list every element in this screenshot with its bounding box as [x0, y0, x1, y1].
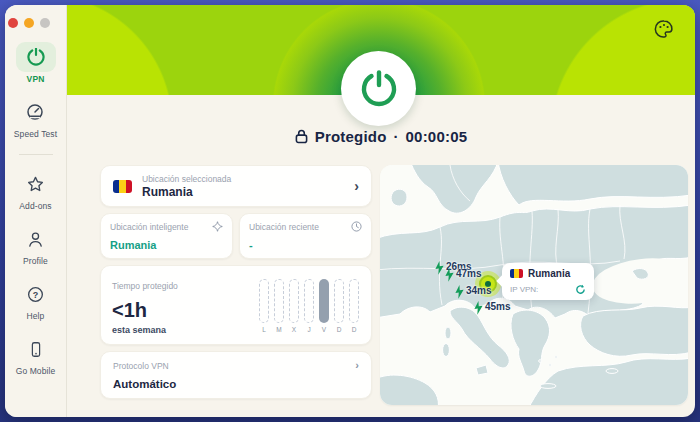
- bar-day-label: M: [276, 326, 281, 333]
- settings-panel: Ubicación seleccionada Rumania › Ubicaci…: [100, 165, 372, 399]
- selected-location-value: Rumania: [142, 185, 344, 199]
- refresh-icon[interactable]: [575, 284, 586, 295]
- tooltip-ip-label: IP VPN:: [510, 285, 538, 294]
- bar-col: J: [304, 279, 314, 333]
- sidebar-item-add-ons[interactable]: Add-ons: [16, 169, 56, 211]
- mobile-icon: [16, 334, 56, 364]
- selected-location-label: Ubicación seleccionada: [142, 174, 344, 184]
- sidebar-item-label: Add-ons: [19, 201, 51, 211]
- bar-col: D: [334, 279, 344, 333]
- bar-empty: [274, 279, 284, 323]
- recent-location-value: -: [249, 239, 362, 251]
- lock-icon: [295, 129, 308, 144]
- power-icon: [16, 42, 56, 72]
- status-separator: ·: [394, 128, 399, 145]
- sidebar-item-profile[interactable]: Profile: [16, 224, 56, 266]
- selected-location-card[interactable]: Ubicación seleccionada Rumania ›: [100, 165, 372, 207]
- status-label: Protegido: [315, 128, 387, 145]
- app-window: VPN Speed Test Add-ons: [5, 5, 695, 417]
- protected-time-bars: LMXJVDD: [259, 279, 359, 333]
- romania-flag-icon: [510, 269, 523, 278]
- bar-filled: [319, 279, 329, 323]
- protected-time-subtitle: esta semana: [112, 325, 166, 335]
- sidebar-item-label: Help: [27, 311, 45, 321]
- bar-empty: [304, 279, 314, 323]
- bar-col: L: [259, 279, 269, 333]
- bar-day-label: D: [352, 326, 357, 333]
- ping-value: 34ms: [466, 285, 492, 296]
- bar-day-label: X: [292, 326, 296, 333]
- minimize-button[interactable]: [24, 18, 34, 28]
- server-ping[interactable]: 34ms: [454, 285, 492, 299]
- bar-empty: [289, 279, 299, 323]
- status-timer: 00:00:05: [406, 128, 468, 145]
- bar-col: X: [289, 279, 299, 333]
- bar-day-label: J: [307, 326, 310, 333]
- sidebar-item-label: VPN: [27, 74, 45, 84]
- star-icon: [16, 169, 56, 199]
- bar-day-label: L: [262, 326, 266, 333]
- ping-value: 45ms: [485, 301, 511, 312]
- bar-col: V: [319, 279, 329, 333]
- protocol-label: Protocolo VPN: [113, 361, 169, 371]
- sidebar-item-help[interactable]: ? Help: [16, 279, 56, 321]
- sparkle-icon: [212, 221, 223, 232]
- clock-icon: [351, 221, 362, 232]
- bar-day-label: D: [337, 326, 342, 333]
- lightning-icon: [453, 284, 466, 299]
- power-icon: [359, 69, 399, 109]
- smart-location-value: Rumania: [110, 239, 223, 251]
- map-panel: 26ms 47ms 34ms 45ms Rumania IP VPN:: [380, 165, 688, 405]
- recent-location-card[interactable]: Ubicación reciente -: [239, 213, 372, 259]
- connection-tooltip: Rumania IP VPN:: [502, 263, 594, 300]
- power-button[interactable]: [341, 51, 416, 126]
- protocol-value: Automático: [113, 378, 359, 390]
- smart-location-card[interactable]: Ubicación inteligente Rumania: [100, 213, 233, 259]
- sidebar-divider: [19, 154, 53, 155]
- close-button[interactable]: [8, 18, 18, 28]
- sidebar-item-label: Speed Test: [14, 129, 57, 139]
- bar-empty: [349, 279, 359, 323]
- bar-day-label: V: [322, 326, 326, 333]
- sidebar-item-label: Profile: [23, 256, 48, 266]
- smart-location-label: Ubicación inteligente: [110, 222, 188, 232]
- lightning-icon: [472, 300, 485, 315]
- sidebar-item-speed-test[interactable]: Speed Test: [14, 97, 57, 139]
- traffic-lights: [8, 18, 50, 28]
- bar-empty: [334, 279, 344, 323]
- sidebar-item-vpn[interactable]: VPN: [16, 42, 56, 84]
- protected-time-card: Tiempo protegido <1h esta semana LMXJVDD: [100, 265, 372, 345]
- chevron-right-icon: ›: [355, 360, 359, 371]
- speedometer-icon: [15, 97, 55, 127]
- server-ping[interactable]: 45ms: [473, 301, 511, 315]
- sidebar-item-label: Go Mobile: [16, 366, 56, 376]
- bar-empty: [259, 279, 269, 323]
- connection-status: Protegido · 00:00:05: [67, 125, 695, 147]
- romania-flag-icon: [113, 180, 132, 193]
- lightning-icon: [443, 267, 456, 282]
- server-ping[interactable]: 47ms: [444, 268, 482, 282]
- svg-text:?: ?: [33, 289, 39, 299]
- sidebar-item-go-mobile[interactable]: Go Mobile: [16, 334, 56, 376]
- protected-time-label: Tiempo protegido: [112, 281, 178, 291]
- vpn-protocol-card[interactable]: Protocolo VPN › Automático: [100, 351, 372, 399]
- protected-time-value: <1h: [112, 299, 147, 322]
- recent-location-label: Ubicación reciente: [249, 222, 319, 232]
- bar-col: D: [349, 279, 359, 333]
- ping-value: 47ms: [456, 268, 482, 279]
- zoom-button[interactable]: [40, 18, 50, 28]
- theme-palette-icon[interactable]: [653, 18, 675, 40]
- sidebar: VPN Speed Test Add-ons: [5, 5, 67, 417]
- bar-col: M: [274, 279, 284, 333]
- profile-icon: [16, 224, 56, 254]
- help-icon: ?: [16, 279, 56, 309]
- tooltip-country: Rumania: [528, 268, 570, 279]
- chevron-right-icon: ›: [354, 179, 359, 193]
